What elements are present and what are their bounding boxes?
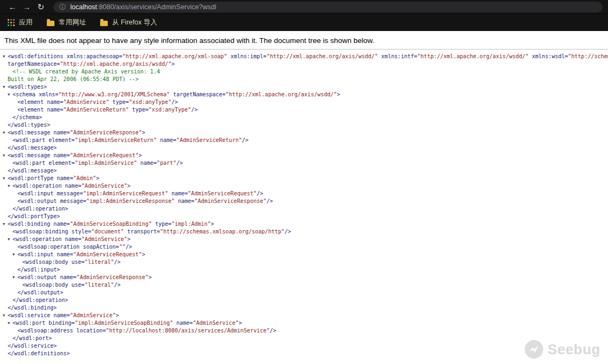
xml-token: />	[114, 282, 121, 288]
bookmark-folder-common-sites[interactable]: 常用网址	[47, 18, 86, 27]
xml-line: </schema>	[0, 114, 608, 121]
xml-token: >	[149, 274, 152, 280]
xml-token: <wsdl:binding name=	[8, 221, 70, 227]
collapse-arrow-icon[interactable]: ▼	[8, 236, 13, 243]
xml-line: <wsdlsoap:body use="literal"/>	[0, 258, 608, 266]
xml-token: />	[114, 259, 121, 265]
xml-line: <wsdl:part element="impl:AdminService" n…	[0, 159, 608, 167]
address-bar[interactable]: ⓘ localhost:8080/axis/services/AdminServ…	[53, 2, 603, 13]
xml-line: ▼<wsdl:output name="AdminServiceResponse…	[0, 274, 608, 281]
collapse-arrow-icon[interactable]: ▼	[3, 312, 8, 319]
xml-token: "AdminServiceReturn"	[176, 137, 242, 143]
xml-tree: ▼<wsdl:definitions xmlns:apachesoap="htt…	[0, 53, 608, 357]
collapse-arrow-icon[interactable]: ▼	[13, 251, 17, 258]
reload-icon[interactable]: ↻	[34, 0, 48, 14]
xml-token: <wsdl:output message=	[17, 198, 86, 204]
collapse-arrow-icon[interactable]: ▼	[8, 182, 13, 190]
xml-token: type=	[152, 221, 171, 227]
xml-token: >	[337, 91, 340, 97]
xml-line: </wsdl:definitions>	[0, 350, 608, 357]
xml-token: </wsdl:definitions>	[8, 350, 70, 356]
xml-token: targetNamespace=	[8, 61, 60, 67]
xml-line: <wsdl:part element="impl:AdminServiceRet…	[0, 137, 608, 144]
xml-token: name=	[175, 198, 194, 204]
xml-token: />	[171, 99, 178, 105]
xml-token: xmlns:impl=	[227, 53, 266, 59]
xml-token: <wsdlsoap:body use=	[22, 259, 84, 265]
xml-token: <wsdl:portType name=	[8, 175, 73, 181]
forward-icon[interactable]: →	[20, 0, 34, 14]
back-icon[interactable]: ←	[5, 0, 20, 14]
xml-token: >	[142, 251, 145, 257]
xml-token: <schema xmlns=	[13, 91, 58, 97]
xml-token: "document"	[91, 229, 124, 235]
collapse-arrow-icon[interactable]: ▼	[13, 274, 17, 281]
xml-token: "impl:AdminServiceResponse"	[86, 198, 175, 204]
collapse-arrow-icon[interactable]: ▼	[3, 175, 8, 182]
xml-token: "impl:AdminServiceRequest"	[83, 190, 168, 196]
collapse-arrow-icon[interactable]: ▼	[3, 152, 8, 159]
collapse-arrow-icon[interactable]: ▼	[3, 220, 8, 228]
collapse-arrow-icon[interactable]: ▼	[8, 91, 13, 98]
xml-line: </wsdl:message>	[0, 167, 608, 175]
xml-token: <wsdl:operation name=	[13, 236, 81, 242]
xml-token: "impl:Admin"	[171, 221, 211, 227]
folder-icon	[100, 21, 108, 26]
xml-token: "xsd:anyType"	[129, 99, 171, 105]
xml-token: "AdminService"	[193, 320, 238, 326]
xml-line: ▼<wsdl:operation name="AdminService">	[0, 236, 608, 243]
info-icon[interactable]: ⓘ	[59, 2, 66, 13]
xml-token: </wsdl:binding>	[8, 305, 57, 311]
xml-token: </wsdl:portType>	[8, 213, 60, 219]
xml-token: <wsdl:output name=	[17, 274, 76, 280]
xml-line: ▼<wsdl:operation name="AdminService">	[0, 182, 608, 190]
xml-token: />	[126, 244, 132, 250]
xml-token: </wsdl:types>	[8, 122, 50, 128]
xml-token: >	[142, 129, 145, 135]
collapse-arrow-icon[interactable]: ▼	[3, 83, 8, 91]
xml-token: <!-- WSDL created by Apache Axis version…	[13, 69, 160, 75]
xml-line: ▼<wsdl:message name="AdminServiceRequest…	[0, 152, 608, 159]
xml-token: <wsdl:operation name=	[13, 183, 81, 189]
xml-token: <wsdlsoap:binding style=	[13, 229, 91, 235]
xml-token: />	[242, 137, 248, 143]
collapse-arrow-icon[interactable]: ▼	[3, 53, 8, 60]
xml-token: "part"	[157, 160, 176, 166]
xml-token: "AdminServiceRequest"	[188, 190, 256, 196]
xml-token: "http://schemas.x	[568, 53, 608, 59]
xml-token: name=	[168, 190, 188, 196]
xml-token: transport=	[124, 229, 160, 235]
xml-line: targetNamespace="http://xml.apache.org/a…	[0, 60, 608, 68]
xml-token: "AdminServiceSoapBinding"	[70, 221, 152, 227]
xml-token: <wsdl:types>	[8, 84, 47, 90]
xml-token: name=	[137, 160, 157, 166]
xml-token: "AdminService"	[63, 99, 109, 105]
xml-token: <wsdlsoap:operation soapAction=	[17, 244, 119, 250]
xml-token: <wsdl:part element=	[13, 160, 75, 166]
xml-token: "http://xml.apache.org/axis/wsdd/"	[225, 91, 337, 97]
xml-line: </wsdl:port>	[0, 335, 608, 342]
xml-token: <wsdl:input message=	[17, 190, 83, 196]
xml-token: type=	[129, 107, 149, 113]
xml-token: "AdminService"	[81, 183, 127, 189]
xml-token: "impl:AdminService"	[75, 160, 137, 166]
xml-token: name=	[173, 320, 193, 326]
xml-token: "http://xml.apache.org/xml-soap"	[122, 53, 228, 59]
xml-token: "literal"	[84, 282, 114, 288]
xml-token: </wsdl:port>	[13, 335, 52, 341]
xml-token: <wsdl:input name=	[17, 251, 73, 257]
xml-line: <wsdl:input message="impl:AdminServiceRe…	[0, 190, 608, 198]
xml-token: "Admin"	[73, 175, 96, 181]
bookmark-folder-firefox-import[interactable]: 从 Firefox 导入	[100, 18, 157, 27]
xml-line: ▼<wsdl:service name="AdminService">	[0, 312, 608, 319]
apps-button[interactable]: 应用	[8, 18, 33, 27]
xml-token: />	[191, 107, 198, 113]
xml-token: <wsdl:message name=	[8, 152, 70, 158]
collapse-arrow-icon[interactable]: ▼	[8, 319, 13, 327]
xml-line: <wsdlsoap:operation soapAction=""/>	[0, 243, 608, 251]
xml-token: "AdminServiceReturn"	[63, 107, 128, 113]
collapse-arrow-icon[interactable]: ▼	[3, 129, 8, 137]
page-content: This XML file does not appear to have an…	[0, 31, 608, 364]
apps-grid-icon	[8, 19, 15, 26]
xml-token: "AdminServiceResponse"	[194, 198, 266, 204]
